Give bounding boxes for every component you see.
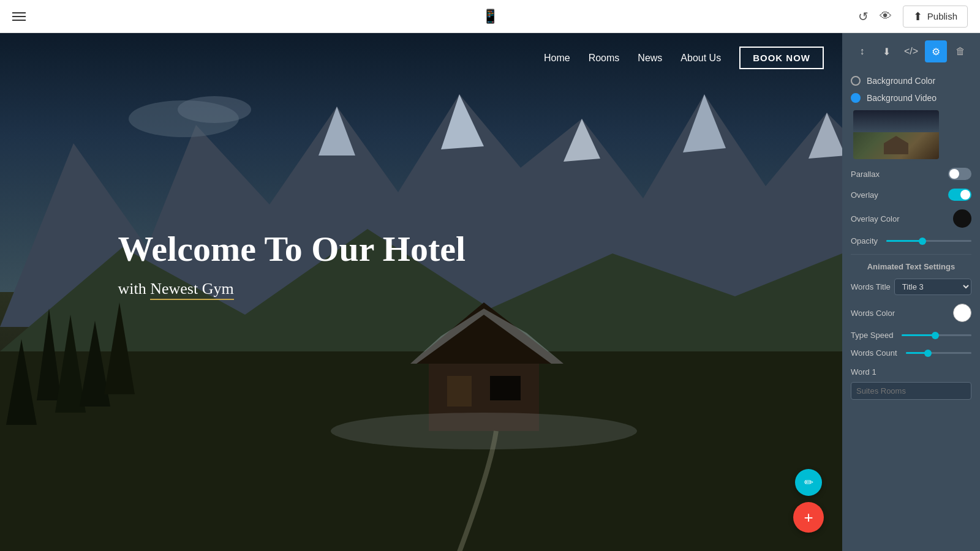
trash-icon: 🗑 — [956, 46, 965, 57]
opacity-slider-thumb[interactable] — [919, 238, 926, 245]
hero-sub-highlight: Newest Gym — [150, 280, 233, 300]
hamburger-menu[interactable] — [12, 10, 26, 23]
type-speed-slider-track — [902, 334, 971, 336]
eye-icon[interactable]: 👁 — [880, 9, 892, 23]
settings-sidebar: ↕ ⬇ </> ⚙ 🗑 Background Color — [842, 33, 980, 551]
type-speed-slider-thumb[interactable] — [932, 332, 939, 339]
words-title-setting: Words Title Title 1 Title 2 Title 3 Titl… — [851, 279, 971, 295]
nav-rooms[interactable]: Rooms — [589, 53, 620, 64]
overlay-color-swatch[interactable] — [953, 209, 971, 228]
svg-rect-25 — [490, 376, 521, 400]
settings-button[interactable]: ⚙ — [925, 40, 947, 62]
hero-subtitle: with Newest Gym — [118, 280, 466, 298]
words-color-swatch[interactable] — [953, 304, 971, 322]
bg-color-option[interactable]: Background Color — [851, 76, 971, 86]
pencil-icon: ✏ — [804, 476, 813, 489]
svg-point-9 — [178, 96, 251, 123]
undo-icon[interactable]: ↺ — [858, 9, 869, 24]
type-speed-setting: Type Speed — [851, 331, 971, 340]
type-speed-slider-wrap — [902, 334, 971, 336]
words-title-label: Words Title — [851, 282, 891, 291]
overlay-toggle-knob — [960, 190, 970, 200]
publish-label: Publish — [927, 11, 957, 21]
words-title-select[interactable]: Title 1 Title 2 Title 3 Title 4 — [894, 279, 971, 295]
opacity-label: Opacity — [851, 236, 878, 246]
nav-home[interactable]: Home — [544, 53, 570, 64]
sidebar-settings-content: Background Color Background Video Parall… — [842, 70, 980, 551]
bg-video-radio[interactable] — [851, 93, 861, 103]
topbar: 📱 ↺ 👁 ⬆ Publish — [0, 0, 980, 33]
hero-text-block: Welcome To Our Hotel with Newest Gym — [118, 230, 466, 298]
hero-title: Welcome To Our Hotel — [118, 230, 466, 269]
word1-label: Word 1 — [851, 367, 876, 377]
word1-input[interactable] — [851, 382, 971, 400]
svg-point-27 — [331, 413, 637, 449]
download-button[interactable]: ⬇ — [876, 40, 898, 62]
nav-news[interactable]: News — [638, 53, 662, 64]
words-color-setting: Words Color — [851, 304, 971, 322]
words-title-select-wrap: Title 1 Title 2 Title 3 Title 4 — [894, 279, 971, 295]
overlay-color-setting: Overlay Color — [851, 209, 971, 228]
opacity-slider-wrap — [886, 240, 971, 242]
overlay-setting: Overlay — [851, 189, 971, 201]
overlay-color-label: Overlay Color — [851, 214, 899, 223]
gear-icon: ⚙ — [932, 46, 940, 58]
canvas: Home Rooms News About Us BOOK NOW Welcom… — [0, 33, 842, 551]
parallax-label: Parallax — [851, 170, 880, 179]
parallax-toggle[interactable] — [948, 168, 971, 180]
delete-button[interactable]: 🗑 — [949, 40, 971, 62]
words-count-label: Words Count — [851, 348, 897, 358]
hero-sub-prefix: with — [118, 280, 151, 298]
words-count-slider-fill — [906, 352, 925, 354]
fab-edit-button[interactable]: ✏ — [795, 469, 822, 496]
section-divider — [851, 254, 971, 255]
overlay-toggle-wrap — [948, 189, 971, 201]
word1-label-row: Word 1 — [851, 366, 971, 377]
type-speed-label: Type Speed — [851, 331, 893, 340]
thumb-sky — [853, 110, 939, 132]
phone-icon[interactable]: 📱 — [482, 9, 499, 24]
word1-input-wrap — [851, 382, 971, 400]
device-toggle-center: 📱 — [482, 9, 499, 24]
canvas-nav: Home Rooms News About Us BOOK NOW — [0, 33, 842, 83]
sidebar-toolbar: ↕ ⬇ </> ⚙ 🗑 — [842, 33, 980, 70]
words-count-slider-thumb[interactable] — [924, 350, 932, 357]
words-count-setting: Words Count — [851, 348, 971, 358]
type-speed-slider-fill — [902, 334, 933, 336]
nav-about-us[interactable]: About Us — [680, 53, 721, 64]
opacity-setting: Opacity — [851, 236, 971, 246]
bg-video-thumbnail[interactable] — [853, 110, 971, 159]
animated-text-heading: Animated Text Settings — [851, 262, 971, 271]
publish-upload-icon: ⬆ — [913, 10, 922, 23]
book-now-button[interactable]: BOOK NOW — [739, 47, 824, 69]
move-updown-icon: ↕ — [860, 46, 865, 57]
code-button[interactable]: </> — [900, 40, 922, 62]
opacity-slider-track — [886, 240, 971, 242]
parallax-setting: Parallax — [851, 168, 971, 180]
fab-area: ✏ + — [793, 469, 824, 533]
parallax-toggle-knob — [949, 169, 959, 179]
download-icon: ⬇ — [883, 46, 891, 58]
opacity-slider-fill — [886, 240, 921, 242]
bg-color-radio[interactable] — [851, 76, 861, 86]
bg-video-option[interactable]: Background Video — [851, 93, 971, 103]
parallax-toggle-wrap — [948, 168, 971, 180]
bg-color-label: Background Color — [867, 76, 935, 86]
overlay-label: Overlay — [851, 190, 878, 200]
main-area: Home Rooms News About Us BOOK NOW Welcom… — [0, 33, 980, 551]
words-count-slider-track — [906, 352, 971, 354]
thumbnail-preview — [853, 110, 939, 159]
thumb-house — [881, 136, 911, 154]
topbar-right: ↺ 👁 ⬆ Publish — [858, 6, 968, 28]
publish-button[interactable]: ⬆ Publish — [903, 6, 968, 28]
plus-icon: + — [804, 508, 813, 527]
overlay-toggle[interactable] — [948, 189, 971, 201]
words-count-slider-wrap — [906, 352, 971, 354]
bg-video-label: Background Video — [867, 93, 937, 103]
code-icon: </> — [904, 46, 918, 57]
words-color-label: Words Color — [851, 309, 895, 318]
svg-rect-24 — [447, 376, 472, 407]
fab-add-button[interactable]: + — [793, 502, 824, 533]
move-updown-button[interactable]: ↕ — [851, 40, 873, 62]
